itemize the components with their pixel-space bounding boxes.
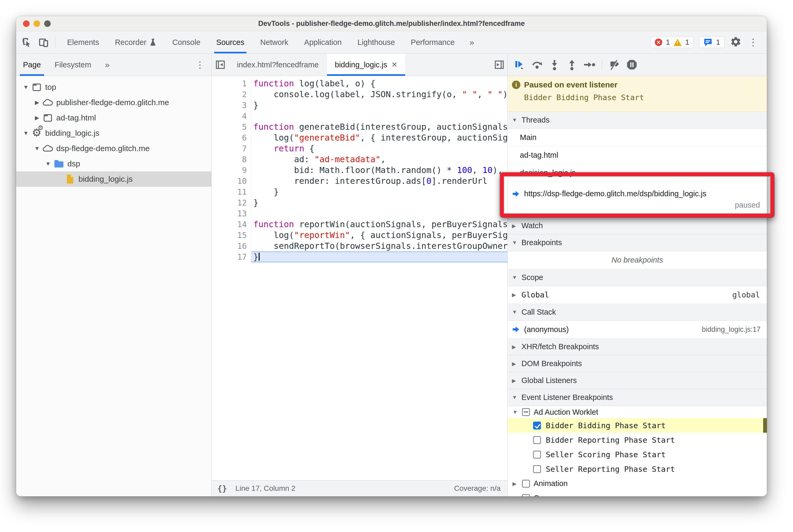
pretty-print-icon[interactable]: {} <box>212 484 232 493</box>
code-line-1[interactable]: 1function log(label, o) { <box>212 78 507 89</box>
code-editor[interactable]: 1function log(label, o) {2 console.log(l… <box>212 76 507 480</box>
inspect-element-icon[interactable] <box>21 36 33 48</box>
tree-expand-closed-icon[interactable]: ▶ <box>33 115 41 121</box>
line-number[interactable]: 5 <box>212 121 251 132</box>
category-checkbox-indeterminate[interactable] <box>522 408 530 416</box>
code-line-4[interactable]: 4 <box>212 111 507 121</box>
tree-expand-open-icon[interactable]: ▼ <box>33 145 41 152</box>
code-text[interactable]: ad: "ad-metadata", <box>251 154 507 165</box>
code-line-13[interactable]: 13 <box>212 208 507 219</box>
tree-item-dsp-fledge-demo-glitch-me[interactable]: ▼dsp-fledge-demo.glitch.me <box>16 141 211 156</box>
line-number[interactable]: 3 <box>212 100 251 111</box>
tree-item-ad-tag-html[interactable]: ▶ad-tag.html <box>16 110 211 126</box>
console-summary-badge[interactable]: ✕ 1 1 <box>650 36 694 48</box>
issues-badge[interactable]: 1 <box>699 36 724 48</box>
checkbox-unchecked[interactable] <box>533 451 541 459</box>
checkbox-unchecked[interactable] <box>533 436 541 444</box>
more-panels-chevron[interactable]: » <box>462 38 481 47</box>
tab-page[interactable]: Page <box>16 54 48 76</box>
code-text[interactable]: render: interestGroup.ads[0].renderUrl <box>251 176 507 187</box>
code-text[interactable]: } <box>251 251 507 262</box>
close-tab-icon[interactable]: ✕ <box>392 60 398 69</box>
code-text[interactable]: return { <box>251 143 507 154</box>
tree-item-top[interactable]: ▼top <box>16 79 211 95</box>
resume-script-icon[interactable] <box>512 57 527 72</box>
line-number[interactable]: 14 <box>212 219 251 230</box>
code-text[interactable]: function log(label, o) { <box>251 78 507 89</box>
code-line-11[interactable]: 11 } <box>212 187 507 197</box>
code-line-5[interactable]: 5function generateBid(interestGroup, auc… <box>212 121 507 132</box>
show-debugger-sidebar-icon[interactable] <box>494 54 504 76</box>
code-text[interactable]: } <box>251 100 507 111</box>
call-stack-frame-row[interactable]: (anonymous) bidding_logic.js:17 <box>508 321 767 338</box>
thread-row-ad-tag-html[interactable]: ad-tag.html <box>508 146 767 164</box>
code-line-2[interactable]: 2 console.log(label, JSON.stringify(o, "… <box>212 89 507 100</box>
line-number[interactable]: 2 <box>212 89 251 100</box>
code-line-7[interactable]: 7 return { <box>212 143 507 154</box>
tab-performance[interactable]: Performance <box>403 31 462 53</box>
code-text[interactable]: log("generateBid", { interestGroup, auct… <box>251 132 507 143</box>
settings-gear-icon[interactable] <box>730 36 741 49</box>
line-number[interactable]: 16 <box>212 241 251 251</box>
code-line-17[interactable]: 17} <box>212 251 507 262</box>
event-breakpoint-bidder-reporting-phase-start[interactable]: Bidder Reporting Phase Start <box>508 433 767 447</box>
hide-navigator-icon[interactable] <box>212 54 229 76</box>
checkbox-checked[interactable] <box>533 422 541 430</box>
deactivate-breakpoints-icon[interactable] <box>607 57 622 72</box>
checkbox-unchecked[interactable] <box>533 465 541 473</box>
more-options-kebab-icon[interactable]: ⋮ <box>747 38 759 47</box>
section-call-stack[interactable]: ▼ Call Stack <box>508 304 767 321</box>
step-icon[interactable] <box>582 57 597 72</box>
step-into-icon[interactable] <box>547 57 562 72</box>
section-threads[interactable]: ▼ Threads <box>508 112 767 129</box>
event-category-ad-auction-worklet[interactable]: ▼Ad Auction Worklet <box>508 406 767 418</box>
line-number[interactable]: 12 <box>212 197 251 208</box>
tab-console[interactable]: Console <box>164 31 208 53</box>
code-line-12[interactable]: 12} <box>212 197 507 208</box>
section-breakpoints[interactable]: ▼ Breakpoints <box>508 234 767 251</box>
code-line-15[interactable]: 15 log("reportWin", { auctionSignals, pe… <box>212 230 507 241</box>
code-text[interactable]: bid: Math.floor(Math.random() * 100, 10)… <box>251 165 507 176</box>
event-category-animation[interactable]: ▶Animation <box>508 476 767 491</box>
line-number[interactable]: 1 <box>212 78 251 89</box>
navigator-kebab-icon[interactable]: ⋮ <box>195 59 205 70</box>
code-line-16[interactable]: 16 sendReportTo(browserSignals.interestG… <box>212 241 507 251</box>
line-number[interactable]: 4 <box>212 111 251 121</box>
step-out-icon[interactable] <box>564 57 580 72</box>
line-number[interactable]: 11 <box>212 187 251 197</box>
code-line-6[interactable]: 6 log("generateBid", { interestGroup, au… <box>212 132 507 143</box>
step-over-icon[interactable] <box>529 57 545 72</box>
section-watch[interactable]: ▶ Watch <box>508 217 767 234</box>
toggle-device-toolbar-icon[interactable] <box>38 36 50 48</box>
tab-filesystem[interactable]: Filesystem <box>48 54 98 76</box>
code-line-3[interactable]: 3} <box>212 100 507 111</box>
tree-item-bidding-logic-js[interactable]: bidding_logic.js <box>16 171 211 187</box>
event-breakpoint-seller-scoring-phase-start[interactable]: Seller Scoring Phase Start <box>508 447 767 462</box>
section-dom-breakpoints[interactable]: ▶ DOM Breakpoints <box>508 355 767 372</box>
tab-sources[interactable]: Sources <box>208 31 252 53</box>
line-number[interactable]: 10 <box>212 176 251 187</box>
more-navigator-tabs-chevron[interactable]: » <box>98 60 116 70</box>
code-text[interactable]: function generateBid(interestGroup, auct… <box>251 121 507 132</box>
tree-item-publisher-fledge-demo-glitch-me[interactable]: ▶publisher-fledge-demo.glitch.me <box>16 95 211 110</box>
line-number[interactable]: 8 <box>212 154 251 165</box>
code-text[interactable]: } <box>251 197 507 208</box>
event-breakpoint-seller-reporting-phase-start[interactable]: Seller Reporting Phase Start <box>508 462 767 476</box>
line-number[interactable]: 7 <box>212 143 251 154</box>
code-text[interactable]: sendReportTo(browserSignals.interestGrou… <box>251 241 507 251</box>
checkbox-unchecked[interactable] <box>522 480 530 488</box>
section-scope[interactable]: ▼ Scope <box>508 269 767 286</box>
code-text[interactable]: console.log(label, JSON.stringify(o, " "… <box>251 89 507 100</box>
code-text[interactable] <box>251 208 507 219</box>
line-number[interactable]: 17 <box>212 251 251 262</box>
line-number[interactable]: 9 <box>212 165 251 176</box>
editor-tab-index-html[interactable]: index.html?fencedframe <box>229 54 327 76</box>
code-text[interactable]: function reportWin(auctionSignals, perBu… <box>251 219 507 230</box>
code-text[interactable] <box>251 111 507 121</box>
tree-expand-open-icon[interactable]: ▼ <box>22 130 30 136</box>
event-breakpoint-bidder-bidding-phase-start[interactable]: Bidder Bidding Phase Start <box>508 418 767 433</box>
scope-global-row[interactable]: ▶ Global global <box>508 286 767 304</box>
line-number[interactable]: 13 <box>212 208 251 219</box>
section-xhr-breakpoints[interactable]: ▶ XHR/fetch Breakpoints <box>508 338 767 355</box>
line-number[interactable]: 6 <box>212 132 251 143</box>
